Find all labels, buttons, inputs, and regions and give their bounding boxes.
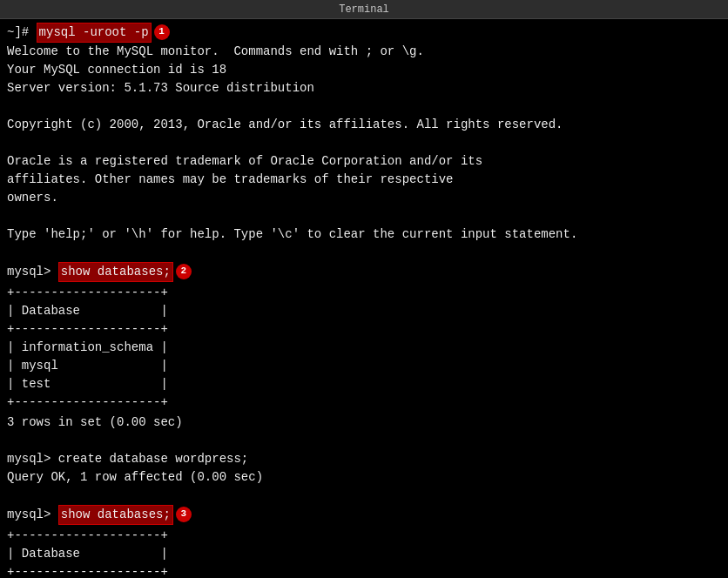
table1-sep1: +--------------------+ (7, 284, 168, 302)
welcome-line-2: Your MySQL connection id is 18 (7, 61, 721, 79)
title-bar: Terminal (0, 0, 728, 19)
top-command: mysql -uroot -p (37, 23, 152, 43)
table1-row1: | information_schema | (7, 339, 168, 357)
table1-row3: | test | (7, 375, 168, 393)
copyright-1: Copyright (c) 2000, 2013, Oracle and/or … (7, 116, 721, 134)
query-ok: Query OK, 1 row affected (0.00 sec) (7, 468, 721, 487)
prompt-line-2: mysql> show databases; 3 (7, 505, 721, 525)
welcome-line-3: Server version: 5.1.73 Source distributi… (7, 79, 721, 97)
table1-row2: | mysql | (7, 357, 168, 375)
blank-4 (7, 244, 721, 262)
table1-header: | Database | (7, 302, 168, 320)
welcome-line-1: Welcome to the MySQL monitor. Commands e… (7, 43, 721, 61)
cmd-highlight-1: show databases; (58, 262, 173, 282)
mysql-prompt-2: mysql> (7, 506, 58, 524)
table2-sep1: +--------------------+ (7, 527, 168, 545)
table2-sep2: +--------------------+ (7, 563, 168, 578)
prompt-line-1: mysql> show databases; 2 (7, 262, 721, 282)
title-bar-text: Terminal (7, 3, 721, 16)
type-help: Type 'help;' or '\h' for help. Type '\c'… (7, 225, 721, 244)
badge-2: 2 (176, 264, 192, 279)
table1-sep2: +--------------------+ (7, 320, 168, 339)
table1-sep3: +--------------------+ (7, 393, 168, 412)
oracle-3: owners. (7, 189, 721, 207)
mysql-prompt-1: mysql> (7, 263, 58, 281)
terminal-content[interactable]: ~]# mysql -uroot -p 1 Welcome to the MyS… (0, 19, 728, 578)
blank-3 (7, 207, 721, 225)
badge-3: 3 (176, 507, 192, 522)
blank-1 (7, 97, 721, 116)
create-cmd: mysql> create database wordpress; (7, 450, 721, 468)
oracle-1: Oracle is a registered trademark of Orac… (7, 152, 721, 171)
cmd-highlight-2: show databases; (58, 505, 173, 525)
blank-2 (7, 134, 721, 152)
top-prompt-line: ~]# mysql -uroot -p 1 (7, 23, 721, 43)
table-1: +--------------------+ | Database | +---… (7, 284, 168, 412)
blank-5 (7, 432, 721, 450)
table-2: +--------------------+ | Database | +---… (7, 527, 168, 578)
terminal-window: Terminal ~]# mysql -uroot -p 1 Welcome t… (0, 0, 728, 578)
badge-1: 1 (154, 24, 170, 40)
rows-1: 3 rows in set (0.00 sec) (7, 413, 721, 432)
oracle-2: affiliates. Other names may be trademark… (7, 171, 721, 189)
blank-6 (7, 487, 721, 505)
top-hash-prompt: ~]# (7, 24, 37, 42)
table2-header: | Database | (7, 545, 168, 563)
